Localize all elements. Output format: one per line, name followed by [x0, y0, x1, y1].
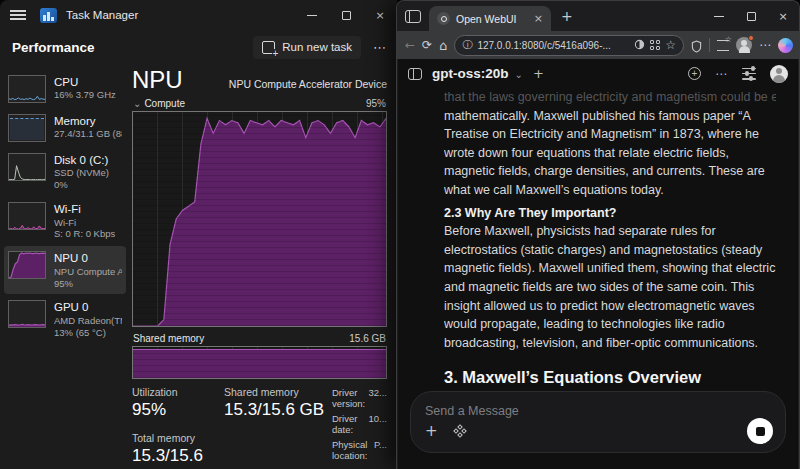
message-input[interactable] — [425, 404, 771, 418]
sidebar-item-disk[interactable]: Disk 0 (C:) SSD (NVMe) 0% — [4, 148, 126, 196]
attach-plus-icon[interactable]: + — [425, 424, 438, 439]
copilot-icon[interactable] — [778, 38, 793, 53]
sidebar-toggle-icon[interactable] — [408, 68, 422, 80]
chat-faded-line: that the laws governing electricity and … — [444, 88, 776, 107]
chevron-down-icon[interactable]: ⌄ — [515, 69, 523, 80]
task-manager-app-icon — [40, 8, 57, 23]
utilization-label: Utilization — [132, 386, 224, 398]
sidebar-item-gpu[interactable]: GPU 0 AMD Radeon(TM) ... 13% (65 °C) — [4, 295, 126, 343]
driver-date-label: Driver date: — [332, 413, 369, 435]
address-bar[interactable]: ⓘ 127.0.0.1:8080/c/5416a096-... ☆ — [454, 35, 684, 56]
shared-memory-scale-value: 15.6 GB — [349, 333, 386, 344]
browser-window-controls: × — [703, 1, 799, 31]
url-text: 127.0.0.1:8080/c/5416a096-... — [477, 40, 629, 51]
task-manager-titlebar: Task Manager × — [0, 0, 397, 30]
openwebui-header: gpt-oss:20b ⌄ + + ⋯ — [398, 59, 798, 88]
driver-date-value: 10... — [369, 413, 388, 435]
performance-sidebar: CPU 16% 3.79 GHz Memory 27.4/31.1 GB (88… — [0, 64, 128, 469]
new-chat-icon[interactable]: + — [688, 67, 701, 80]
physical-location-value: P... — [374, 439, 387, 461]
chat-section-heading: 3. Maxwell’s Equations Overview — [444, 368, 776, 387]
chat-message-area: that the laws governing electricity and … — [444, 88, 776, 389]
new-tab-button[interactable]: + — [561, 8, 573, 24]
page-title: Performance — [12, 40, 95, 55]
sidebar-item-npu[interactable]: NPU 0 NPU Compute Acc... 95% — [4, 246, 126, 294]
tools-icon[interactable] — [454, 425, 467, 438]
browser-maximize-button[interactable] — [735, 1, 767, 31]
run-new-task-button[interactable]: Run new task — [253, 36, 361, 59]
cpu-mini-graph — [8, 75, 46, 103]
browser-toolbar: ← ⟳ ⌂ ⓘ 127.0.0.1:8080/c/5416a096-... ☆ … — [397, 31, 799, 59]
refresh-icon[interactable]: ⟳ — [422, 39, 432, 51]
tab-close-icon[interactable]: × — [534, 12, 543, 25]
npu-detail-panel: NPU NPU Compute Accelerator Device ⌄Comp… — [128, 64, 397, 469]
add-model-button[interactable]: + — [533, 66, 544, 81]
chat-paragraph: mathematically. Maxwell published his fa… — [444, 107, 776, 200]
browser-tab[interactable]: Open WebUI × — [429, 6, 551, 31]
home-icon[interactable]: ⌂ — [439, 39, 447, 52]
message-composer[interactable]: + — [410, 391, 786, 453]
minimize-button[interactable] — [295, 0, 329, 30]
reading-mode-icon[interactable] — [634, 39, 645, 52]
site-info-icon[interactable]: ⓘ — [462, 38, 472, 52]
sidebar-item-memory[interactable]: Memory 27.4/31.1 GB (88%) — [4, 109, 126, 147]
memory-mini-graph — [8, 114, 46, 142]
total-memory-label: Total memory — [132, 432, 224, 444]
maximize-button[interactable] — [329, 0, 363, 30]
maximize-icon — [342, 11, 351, 20]
workspaces-icon[interactable] — [405, 10, 421, 23]
browser-tab-strip: Open WebUI × + × — [397, 1, 799, 31]
compute-scale-value: 95% — [366, 98, 386, 109]
npu-device-name: NPU Compute Accelerator Device — [229, 78, 387, 92]
sidebar-item-wifi[interactable]: Wi-Fi Wi-Fi S: 0 R: 0 Kbps — [4, 197, 126, 245]
more-options-button[interactable]: ⋯ — [373, 40, 387, 55]
back-icon[interactable]: ← — [405, 39, 415, 51]
openwebui-favicon — [437, 12, 450, 25]
maximize-icon — [747, 12, 756, 21]
run-new-task-icon — [262, 41, 275, 54]
shared-memory-value: 15.3/15.6 GB — [224, 400, 332, 420]
npu-panel-title: NPU — [132, 68, 183, 92]
disk-mini-graph — [8, 153, 46, 181]
stop-generating-button[interactable] — [747, 418, 773, 444]
minimize-icon — [307, 15, 317, 16]
shared-memory-graph — [132, 346, 387, 379]
chat-more-icon[interactable]: ⋯ — [715, 67, 728, 81]
stop-icon — [756, 427, 765, 436]
compute-engine-dropdown[interactable]: ⌄Compute — [133, 98, 185, 109]
chat-paragraph: Before Maxwell, physicists had separate … — [444, 222, 776, 352]
notification-dot — [748, 35, 754, 41]
desktop: Task Manager × Performance Run new task … — [0, 0, 800, 469]
run-new-task-label: Run new task — [282, 41, 352, 53]
minimize-icon — [714, 16, 724, 17]
driver-version-value: 32... — [369, 387, 388, 409]
apps-grid-icon[interactable] — [650, 40, 660, 50]
browser-minimize-button[interactable] — [703, 1, 735, 31]
npu-compute-graph — [132, 111, 387, 327]
model-selector[interactable]: gpt-oss:20b — [432, 66, 509, 81]
settings-more-icon[interactable]: ⋯ — [759, 39, 771, 51]
collections-icon[interactable] — [717, 40, 729, 51]
browser-window: Open WebUI × + × ← ⟳ ⌂ ⓘ 127.0.0.1:8080/… — [396, 0, 800, 469]
npu-stats: Utilization 95% Total memory 15.3/15.6 G… — [132, 386, 387, 469]
shared-memory-graph-label: Shared memory — [133, 333, 204, 344]
window-title: Task Manager — [66, 9, 138, 21]
user-avatar[interactable] — [770, 65, 788, 83]
physical-location-label: Physical location: — [332, 439, 374, 461]
utilization-value: 95% — [132, 400, 224, 420]
npu-mini-graph — [8, 251, 46, 279]
chat-controls-icon[interactable] — [742, 68, 756, 80]
hamburger-menu-icon[interactable] — [10, 10, 26, 20]
close-button[interactable]: × — [363, 0, 397, 30]
profile-avatar[interactable] — [736, 37, 752, 53]
chevron-down-icon: ⌄ — [133, 98, 141, 109]
sidebar-item-cpu[interactable]: CPU 16% 3.79 GHz — [4, 70, 126, 108]
browser-close-button[interactable]: × — [767, 1, 799, 31]
browser-essentials-icon[interactable] — [691, 39, 702, 52]
favorite-star-icon[interactable]: ☆ — [665, 38, 676, 52]
task-manager-window: Task Manager × Performance Run new task … — [0, 0, 397, 469]
chat-subheading: 2.3 Why Are They Important? — [444, 204, 776, 223]
shared-memory-label: Shared memory — [224, 386, 332, 398]
gpu-mini-graph — [8, 300, 46, 328]
window-controls: × — [295, 0, 397, 30]
